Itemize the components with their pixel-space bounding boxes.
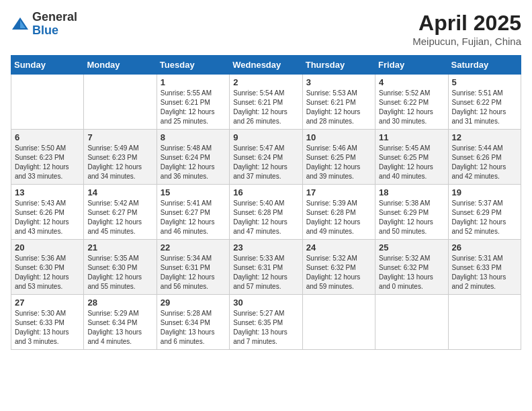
logo-blue: Blue <box>32 24 77 38</box>
day-info: Sunrise: 5:54 AMSunset: 6:21 PMDaylight:… <box>233 89 298 126</box>
calendar-cell: 17Sunrise: 5:39 AMSunset: 6:28 PMDayligh… <box>302 185 375 240</box>
day-number: 14 <box>87 187 152 197</box>
calendar-cell: 8Sunrise: 5:48 AMSunset: 6:24 PMDaylight… <box>157 130 229 185</box>
day-number: 3 <box>306 77 371 87</box>
day-info: Sunrise: 5:52 AMSunset: 6:22 PMDaylight:… <box>379 89 444 126</box>
day-number: 8 <box>161 132 226 142</box>
day-number: 25 <box>379 242 444 253</box>
day-info: Sunrise: 5:53 AMSunset: 6:21 PMDaylight:… <box>306 89 371 126</box>
day-info: Sunrise: 5:29 AMSunset: 6:34 PMDaylight:… <box>87 309 152 347</box>
calendar-cell: 28Sunrise: 5:29 AMSunset: 6:34 PMDayligh… <box>84 295 157 350</box>
day-info: Sunrise: 5:31 AMSunset: 6:33 PMDaylight:… <box>452 254 517 291</box>
calendar-cell: 22Sunrise: 5:34 AMSunset: 6:31 PMDayligh… <box>157 240 229 295</box>
day-number: 20 <box>15 242 80 253</box>
day-number: 18 <box>379 187 444 197</box>
day-info: Sunrise: 5:45 AMSunset: 6:25 PMDaylight:… <box>379 144 444 181</box>
calendar-cell <box>11 75 84 130</box>
day-number: 7 <box>87 132 152 142</box>
calendar-cell: 24Sunrise: 5:32 AMSunset: 6:32 PMDayligh… <box>302 240 375 295</box>
calendar-cell: 27Sunrise: 5:30 AMSunset: 6:33 PMDayligh… <box>11 295 84 350</box>
calendar-cell: 2Sunrise: 5:54 AMSunset: 6:21 PMDaylight… <box>230 75 302 130</box>
calendar-week-row: 20Sunrise: 5:36 AMSunset: 6:30 PMDayligh… <box>11 240 521 295</box>
day-number: 5 <box>452 77 517 87</box>
day-info: Sunrise: 5:49 AMSunset: 6:23 PMDaylight:… <box>87 144 152 181</box>
day-info: Sunrise: 5:42 AMSunset: 6:27 PMDaylight:… <box>87 199 152 236</box>
logo-general: General <box>32 11 77 24</box>
calendar-cell: 3Sunrise: 5:53 AMSunset: 6:21 PMDaylight… <box>302 75 375 130</box>
calendar-header-row: SundayMondayTuesdayWednesdayThursdayFrid… <box>11 56 521 75</box>
calendar-week-row: 6Sunrise: 5:50 AMSunset: 6:23 PMDaylight… <box>11 130 521 185</box>
calendar-header-sunday: Sunday <box>11 56 84 75</box>
day-info: Sunrise: 5:37 AMSunset: 6:29 PMDaylight:… <box>452 199 517 236</box>
logo-text: General Blue <box>32 11 77 38</box>
calendar-cell: 18Sunrise: 5:38 AMSunset: 6:29 PMDayligh… <box>375 185 448 240</box>
calendar-cell: 21Sunrise: 5:35 AMSunset: 6:30 PMDayligh… <box>84 240 157 295</box>
calendar-cell: 26Sunrise: 5:31 AMSunset: 6:33 PMDayligh… <box>448 240 521 295</box>
day-info: Sunrise: 5:32 AMSunset: 6:32 PMDaylight:… <box>306 254 371 291</box>
calendar-header-monday: Monday <box>84 56 157 75</box>
calendar-cell <box>375 295 448 350</box>
day-number: 6 <box>15 132 80 142</box>
day-number: 16 <box>233 187 298 197</box>
calendar-cell: 30Sunrise: 5:27 AMSunset: 6:35 PMDayligh… <box>230 295 302 350</box>
title-block: April 2025 Meipucun, Fujian, China <box>412 11 521 47</box>
calendar-cell: 10Sunrise: 5:46 AMSunset: 6:25 PMDayligh… <box>302 130 375 185</box>
day-number: 13 <box>15 187 80 197</box>
calendar-table: SundayMondayTuesdayWednesdayThursdayFrid… <box>11 55 521 350</box>
calendar-cell: 19Sunrise: 5:37 AMSunset: 6:29 PMDayligh… <box>448 185 521 240</box>
calendar-cell: 16Sunrise: 5:40 AMSunset: 6:28 PMDayligh… <box>230 185 302 240</box>
day-number: 2 <box>233 77 298 87</box>
day-number: 11 <box>379 132 444 142</box>
calendar-cell: 29Sunrise: 5:28 AMSunset: 6:34 PMDayligh… <box>157 295 229 350</box>
page-header: General Blue April 2025 Meipucun, Fujian… <box>11 11 521 47</box>
calendar-cell: 6Sunrise: 5:50 AMSunset: 6:23 PMDaylight… <box>11 130 84 185</box>
day-number: 23 <box>233 242 298 253</box>
day-info: Sunrise: 5:40 AMSunset: 6:28 PMDaylight:… <box>233 199 298 236</box>
day-info: Sunrise: 5:32 AMSunset: 6:32 PMDaylight:… <box>379 254 444 291</box>
day-info: Sunrise: 5:41 AMSunset: 6:27 PMDaylight:… <box>161 199 226 236</box>
day-info: Sunrise: 5:47 AMSunset: 6:24 PMDaylight:… <box>233 144 298 181</box>
logo: General Blue <box>11 11 77 38</box>
day-number: 28 <box>87 298 152 308</box>
day-number: 9 <box>233 132 298 142</box>
calendar-cell: 7Sunrise: 5:49 AMSunset: 6:23 PMDaylight… <box>84 130 157 185</box>
day-info: Sunrise: 5:46 AMSunset: 6:25 PMDaylight:… <box>306 144 371 181</box>
day-number: 24 <box>306 242 371 253</box>
calendar-cell: 9Sunrise: 5:47 AMSunset: 6:24 PMDaylight… <box>230 130 302 185</box>
day-info: Sunrise: 5:35 AMSunset: 6:30 PMDaylight:… <box>87 254 152 291</box>
day-number: 15 <box>161 187 226 197</box>
calendar-header-friday: Friday <box>375 56 448 75</box>
day-number: 21 <box>87 242 152 253</box>
day-number: 1 <box>161 77 226 87</box>
calendar-cell: 14Sunrise: 5:42 AMSunset: 6:27 PMDayligh… <box>84 185 157 240</box>
month-title: April 2025 <box>412 11 521 36</box>
day-number: 30 <box>233 298 298 308</box>
calendar-header-tuesday: Tuesday <box>157 56 229 75</box>
calendar-cell: 5Sunrise: 5:51 AMSunset: 6:22 PMDaylight… <box>448 75 521 130</box>
day-number: 12 <box>452 132 517 142</box>
calendar-cell: 12Sunrise: 5:44 AMSunset: 6:26 PMDayligh… <box>448 130 521 185</box>
calendar-cell: 15Sunrise: 5:41 AMSunset: 6:27 PMDayligh… <box>157 185 229 240</box>
day-info: Sunrise: 5:39 AMSunset: 6:28 PMDaylight:… <box>306 199 371 236</box>
day-info: Sunrise: 5:43 AMSunset: 6:26 PMDaylight:… <box>15 199 80 236</box>
day-info: Sunrise: 5:28 AMSunset: 6:34 PMDaylight:… <box>161 309 226 347</box>
day-info: Sunrise: 5:51 AMSunset: 6:22 PMDaylight:… <box>452 89 517 126</box>
day-number: 26 <box>452 242 517 253</box>
calendar-cell <box>302 295 375 350</box>
day-number: 4 <box>379 77 444 87</box>
day-number: 27 <box>15 298 80 308</box>
calendar-week-row: 27Sunrise: 5:30 AMSunset: 6:33 PMDayligh… <box>11 295 521 350</box>
calendar-cell: 23Sunrise: 5:33 AMSunset: 6:31 PMDayligh… <box>230 240 302 295</box>
logo-icon <box>11 15 30 34</box>
calendar-header-saturday: Saturday <box>448 56 521 75</box>
day-info: Sunrise: 5:33 AMSunset: 6:31 PMDaylight:… <box>233 254 298 291</box>
location: Meipucun, Fujian, China <box>412 36 521 47</box>
day-number: 19 <box>452 187 517 197</box>
calendar-cell: 4Sunrise: 5:52 AMSunset: 6:22 PMDaylight… <box>375 75 448 130</box>
day-number: 29 <box>161 298 226 308</box>
day-number: 10 <box>306 132 371 142</box>
day-info: Sunrise: 5:27 AMSunset: 6:35 PMDaylight:… <box>233 309 298 347</box>
calendar-cell: 1Sunrise: 5:55 AMSunset: 6:21 PMDaylight… <box>157 75 229 130</box>
day-info: Sunrise: 5:38 AMSunset: 6:29 PMDaylight:… <box>379 199 444 236</box>
calendar-cell: 20Sunrise: 5:36 AMSunset: 6:30 PMDayligh… <box>11 240 84 295</box>
